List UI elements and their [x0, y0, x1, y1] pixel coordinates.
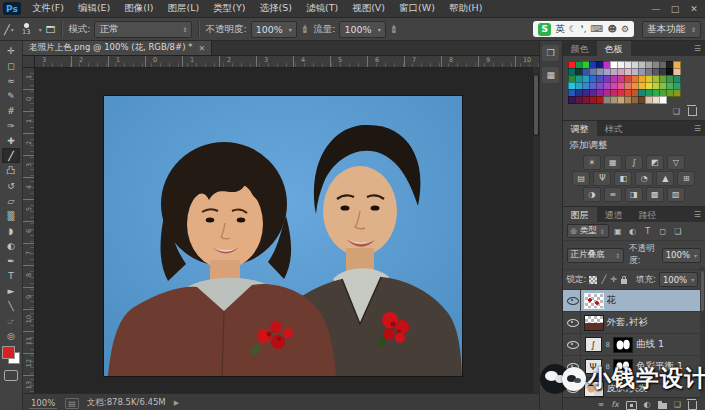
menu-item-7[interactable]: 视图(V) [345, 2, 392, 15]
minimize-button[interactable]: — [648, 4, 664, 14]
menu-item-1[interactable]: 编辑(E) [71, 2, 117, 15]
eraser-tool[interactable]: ▱ [2, 193, 20, 208]
quick-mask-icon[interactable] [4, 370, 18, 381]
menu-item-9[interactable]: 帮助(H) [442, 2, 490, 15]
hue-saturation-adjustment-icon[interactable]: ▤ [572, 171, 590, 186]
trash-icon[interactable] [688, 107, 697, 116]
layer-thumbnail[interactable] [585, 316, 603, 330]
move-tool[interactable]: ✛ [2, 43, 20, 58]
filter-type-select[interactable]: ◎ 类型 ⇕ [567, 224, 609, 238]
curves-adjustment-icon[interactable]: ∫ [625, 155, 643, 170]
channel-mixer-adjustment-icon[interactable]: ▲ [656, 171, 674, 186]
eyedropper-tool[interactable]: ✑ [2, 118, 20, 133]
close-button[interactable]: ✕ [686, 4, 702, 14]
layer-name[interactable]: 外套,衬衫 [607, 316, 648, 329]
visibility-toggle[interactable] [566, 334, 581, 355]
color-swatch[interactable] [659, 96, 667, 104]
wrench-icon[interactable]: ⚙ [621, 24, 629, 34]
layer-row-flower[interactable]: 花 [563, 290, 705, 312]
layer-name[interactable]: 花 [607, 294, 617, 307]
airbrush-pressure-icon[interactable]: ✐ [298, 22, 312, 36]
visibility-toggle[interactable] [566, 312, 581, 333]
tab-adjustments[interactable]: 调整 [563, 121, 597, 136]
ime-language[interactable]: 英 [555, 23, 565, 36]
delete-layer-trash-icon[interactable] [688, 401, 697, 410]
new-group-folder-icon[interactable] [658, 403, 667, 409]
history-panel-icon[interactable]: ❒ [542, 45, 559, 61]
photo-filter-adjustment-icon[interactable]: ◔ [635, 171, 653, 186]
hand-tool[interactable]: ☞ [2, 313, 20, 328]
brush-size-picker[interactable]: 13 [18, 20, 35, 38]
link-layers-icon[interactable]: ∞ [598, 401, 605, 409]
maximize-button[interactable]: □ [667, 4, 683, 14]
tab-color[interactable]: 颜色 [563, 41, 597, 56]
punctuation-icon[interactable]: ❜, [581, 24, 587, 34]
tab-layers[interactable]: 图层 [563, 207, 597, 222]
tab-close-icon[interactable]: ✕ [198, 44, 205, 53]
lock-all-icon[interactable] [621, 279, 627, 284]
menu-item-4[interactable]: 类型(Y) [206, 2, 252, 15]
invert-adjustment-icon[interactable]: ◑ [583, 187, 601, 202]
panel-menu-icon[interactable]: ☰ [690, 207, 705, 222]
flow-select[interactable]: 100%▾ [339, 21, 385, 38]
layer-opacity-select[interactable]: 100% ▾ [662, 248, 701, 263]
color-lookup-adjustment-icon[interactable]: ⊞ [677, 171, 695, 186]
tab-styles[interactable]: 样式 [597, 121, 631, 136]
layer-row-coat-shirt[interactable]: 外套,衬衫 [563, 312, 705, 334]
zoom-tool[interactable]: ◎ [2, 328, 20, 343]
layer-thumbnail[interactable] [585, 294, 603, 308]
user-icon[interactable]: ☻ [608, 24, 617, 34]
new-layer-icon[interactable]: ❏ [674, 401, 681, 409]
history-brush-tool[interactable]: ↺ [2, 178, 20, 193]
type-tool[interactable]: T [2, 268, 20, 283]
tool-preset-picker[interactable]: ╱▾ [4, 24, 14, 35]
menu-item-0[interactable]: 文件(F) [25, 2, 71, 15]
menu-item-5[interactable]: 选择(S) [252, 2, 298, 15]
properties-panel-icon[interactable]: ▦ [542, 67, 559, 83]
tab-channels[interactable]: 通道 [597, 207, 631, 222]
zoom-level-field[interactable]: 100% [29, 398, 57, 409]
color-swatch[interactable] [673, 89, 681, 97]
blur-tool[interactable]: ◗ [2, 223, 20, 238]
filter-smart-objects-icon[interactable]: ❏ [672, 227, 684, 236]
vibrance-adjustment-icon[interactable]: ▽ [667, 155, 685, 170]
scrollbar-thumb[interactable] [701, 271, 704, 311]
foreground-color-swatch[interactable] [2, 346, 15, 359]
path-selection-tool[interactable]: ► [2, 283, 20, 298]
exposure-adjustment-icon[interactable]: ◩ [646, 155, 664, 170]
scrollbar-thumb[interactable] [534, 75, 538, 135]
fill-select[interactable]: 100% ▾ [659, 272, 698, 287]
line-tool[interactable]: ╲ [2, 298, 20, 313]
blend-mode-select[interactable]: 正常⇕ [94, 21, 192, 38]
lock-paint-icon[interactable]: ╱ [601, 275, 606, 284]
filter-type-layers-icon[interactable]: T [642, 227, 654, 236]
menu-item-2[interactable]: 图像(I) [117, 2, 160, 15]
workspace-select[interactable]: 基本功能⇕ [642, 21, 701, 38]
posterize-adjustment-icon[interactable]: ≡ [604, 187, 622, 202]
lasso-tool[interactable]: ≈ [2, 73, 20, 88]
new-adjustment-layer-icon[interactable]: ◐ [644, 401, 651, 409]
document-tab[interactable]: 老照片上色.png @ 100% (花, RGB/8#) * ✕ [23, 41, 212, 55]
caret-down-icon[interactable]: ▾ [39, 26, 42, 33]
dodge-tool[interactable]: ◐ [2, 238, 20, 253]
gradient-tool[interactable]: ▒ [2, 208, 20, 223]
marquee-tool[interactable]: ◻ [2, 58, 20, 73]
panel-menu-icon[interactable]: ☰ [690, 41, 705, 56]
color-balance-adjustment-icon[interactable]: Ψ [593, 171, 611, 186]
brush-tool[interactable]: ╱ [2, 148, 20, 163]
quick-selection-tool[interactable]: ✎ [2, 88, 20, 103]
visibility-toggle[interactable] [566, 290, 581, 311]
keyboard-icon[interactable]: ⌨ [591, 24, 604, 34]
airbrush-icon[interactable]: ✐ [387, 22, 401, 36]
curves-adjustment-icon[interactable]: ∫ [585, 337, 602, 352]
filter-shape-layers-icon[interactable]: ◻ [657, 227, 669, 236]
tab-paths[interactable]: 路径 [631, 207, 665, 222]
selective-color-adjustment-icon[interactable]: ▧ [667, 187, 685, 202]
canvas-vertical-scrollbar[interactable] [533, 67, 539, 393]
black-white-adjustment-icon[interactable]: ◧ [614, 171, 632, 186]
menu-item-8[interactable]: 窗口(W) [392, 2, 442, 15]
filter-pixel-layers-icon[interactable]: ▣ [612, 227, 624, 236]
layer-mask-thumbnail[interactable] [614, 338, 632, 352]
toggle-brush-panel-button[interactable]: 🗔 [46, 24, 56, 35]
layer-row-curves[interactable]: ∫ 8 曲线 1 [563, 334, 705, 356]
